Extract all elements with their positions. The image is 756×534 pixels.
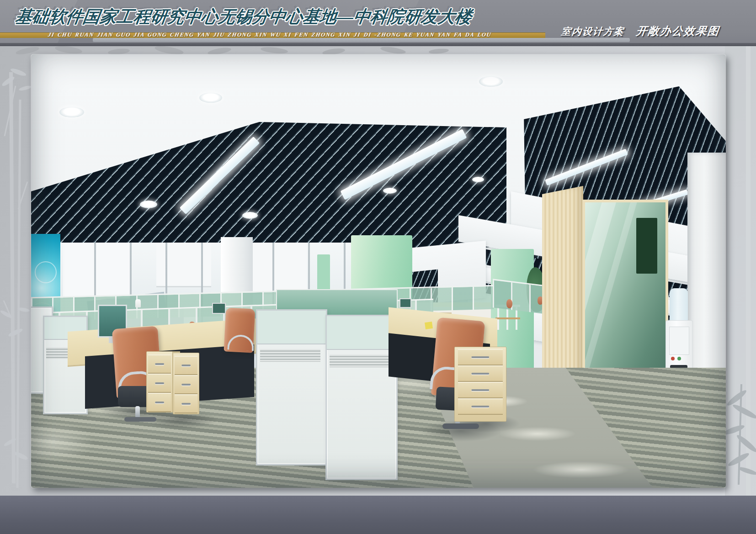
- drawer-pedestal-large: [454, 347, 506, 422]
- drawer-pedestal: [173, 353, 199, 414]
- downlight: [199, 93, 222, 103]
- label-open-office-rendering: 开敞办公效果图: [635, 24, 720, 38]
- drawer: [458, 365, 503, 382]
- drawer: [175, 375, 197, 394]
- drawer-handle: [471, 406, 489, 407]
- drawer: [458, 382, 503, 398]
- downlight: [479, 76, 503, 87]
- drawer-handle: [471, 373, 489, 375]
- drawer: [148, 354, 170, 374]
- light-rule: [93, 38, 630, 42]
- drawer-handle: [471, 356, 489, 358]
- label-interior-design-scheme: 室内设计方案: [560, 25, 625, 38]
- glass-reflection: [582, 200, 638, 384]
- drawer-handle: [471, 389, 489, 391]
- drawer-handle: [181, 403, 191, 405]
- footer-band: [0, 496, 756, 534]
- drawer-handle: [181, 384, 191, 386]
- presentation-board: 基础软件国家工程研究中心无锡分中心基地—中科院研发大楼 JI CHU RUAN …: [0, 0, 756, 534]
- partition-frosted-center: [325, 315, 398, 480]
- subtitle-pinyin: JI CHU RUAN JIAN GUO JIA GONG CHENG YAN …: [48, 32, 552, 38]
- drawer: [458, 349, 503, 365]
- drawer: [175, 356, 197, 375]
- desk-papers: [135, 299, 141, 307]
- partition-frosted-center: [256, 309, 327, 465]
- chair-base: [442, 423, 479, 429]
- downlight: [242, 212, 258, 219]
- drawer-handle: [155, 382, 164, 384]
- artwork: [636, 218, 657, 274]
- office-chair-small: [225, 308, 260, 357]
- drawer: [148, 393, 170, 412]
- railing-rail: [495, 317, 520, 319]
- downlight: [383, 188, 397, 194]
- page-title: 基础软件国家工程研究中心无锡分中心基地—中科院研发大楼: [14, 5, 474, 28]
- dispenser-button-green: [677, 357, 681, 360]
- downlight: [472, 177, 484, 182]
- partition-louver: [330, 354, 391, 367]
- drawer-pedestal: [146, 351, 173, 412]
- monitor-distant: [399, 298, 411, 308]
- water-bottle: [670, 288, 688, 321]
- drawer: [458, 398, 503, 415]
- dispenser-button-red: [671, 357, 675, 360]
- monitor-distant: [212, 303, 226, 314]
- bamboo-watermark-left: [0, 45, 32, 497]
- downlight: [59, 107, 84, 117]
- foliage-watermark-top: [0, 46, 466, 55]
- partition-louver: [260, 349, 320, 362]
- chair-post: [135, 406, 140, 418]
- drawer: [175, 394, 197, 413]
- downlight: [140, 201, 157, 208]
- office-rendering-image: [31, 54, 726, 488]
- bamboo-watermark-right: [725, 46, 756, 496]
- chair-distant: [506, 299, 512, 308]
- drawer-handle: [155, 402, 164, 403]
- partition-glass-top: [257, 311, 326, 344]
- glass-partition-office: [582, 200, 668, 384]
- dispenser-panel: [669, 327, 689, 355]
- chair-base: [124, 417, 156, 422]
- partition-glass-top: [327, 316, 396, 350]
- drawer-handle: [155, 363, 164, 365]
- glow-ring: [35, 261, 57, 283]
- drawer: [148, 374, 170, 393]
- cubicle-row-right: [493, 279, 543, 314]
- drawer-handle: [181, 365, 191, 366]
